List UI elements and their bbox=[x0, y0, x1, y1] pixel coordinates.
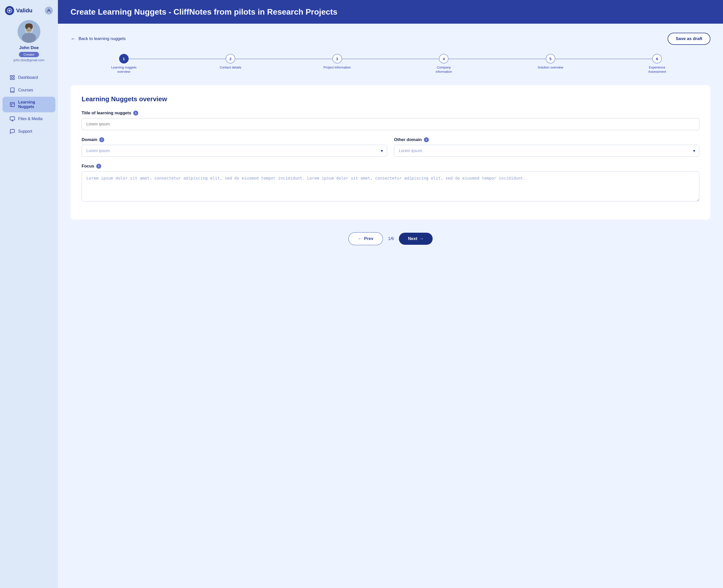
avatar bbox=[18, 20, 40, 43]
svg-point-1 bbox=[8, 9, 10, 12]
user-name: John Doe bbox=[19, 45, 39, 50]
domain-select-wrapper: Lorem ipsum. ▾ bbox=[82, 145, 387, 156]
svg-point-11 bbox=[30, 24, 33, 29]
nuggets-icon bbox=[9, 102, 15, 107]
step-connector-1 bbox=[124, 59, 231, 59]
save-draft-button[interactable]: Save as draft bbox=[667, 33, 710, 45]
focus-label: Focus i bbox=[82, 164, 699, 169]
step-connector-3 bbox=[337, 59, 444, 59]
back-arrow-icon: ← bbox=[70, 36, 76, 42]
domain-label: Domain i bbox=[82, 137, 387, 142]
sidebar-item-label: Files & Media bbox=[18, 117, 43, 121]
next-arrow-icon: → bbox=[419, 236, 424, 241]
other-domain-select-wrapper: Lorem ipsum. ▾ bbox=[394, 145, 700, 156]
prev-button[interactable]: ← Prev bbox=[348, 232, 383, 245]
step-connector-2 bbox=[230, 59, 337, 59]
svg-rect-12 bbox=[10, 76, 12, 77]
step-label-1: Learning nuggets overview bbox=[110, 65, 138, 74]
step-circle-6: 6 bbox=[652, 54, 662, 63]
step-connector-4 bbox=[444, 59, 551, 59]
svg-rect-16 bbox=[10, 103, 15, 107]
step-1: 1 Learning nuggets overview bbox=[70, 54, 177, 74]
step-circle-2: 2 bbox=[226, 54, 235, 63]
step-label-3: Project information bbox=[324, 65, 351, 70]
top-bar: ← Back to learning nuggets Save as draft bbox=[70, 33, 710, 45]
next-label: Next bbox=[408, 236, 417, 241]
other-domain-field-group: Other domain i Lorem ipsum. ▾ bbox=[394, 137, 700, 156]
focus-textarea[interactable]: Lorem ipsum dolor sit amet, consectetur … bbox=[82, 171, 699, 202]
next-button[interactable]: Next → bbox=[399, 233, 433, 245]
sidebar-item-dashboard[interactable]: Dashboard bbox=[2, 71, 56, 84]
step-circle-4: 4 bbox=[439, 54, 448, 63]
sidebar: Validu bbox=[0, 0, 58, 588]
user-email: john.doe@gmail.com bbox=[14, 58, 44, 62]
step-circle-3: 3 bbox=[333, 54, 342, 63]
sidebar-item-learning-nuggets[interactable]: Learning Nuggets bbox=[2, 97, 56, 112]
title-input[interactable] bbox=[82, 118, 699, 130]
form-section-title: Learning Nuggets overview bbox=[82, 95, 699, 103]
prev-arrow-icon: ← bbox=[358, 236, 362, 241]
main-content: Create Learning Nuggets - CliffNotes fro… bbox=[58, 0, 723, 588]
logo-icon bbox=[5, 6, 14, 15]
svg-point-10 bbox=[25, 24, 28, 29]
sidebar-item-label: Courses bbox=[18, 88, 33, 92]
page-header: Create Learning Nuggets - CliffNotes fro… bbox=[58, 0, 723, 24]
step-label-2: Contact details bbox=[219, 65, 241, 70]
avatar-section: John Doe Creator john.doe@gmail.com bbox=[14, 20, 44, 62]
title-info-icon[interactable]: i bbox=[133, 110, 138, 115]
other-domain-select[interactable]: Lorem ipsum. bbox=[394, 145, 700, 156]
sidebar-header: Validu bbox=[0, 6, 58, 20]
back-link[interactable]: ← Back to learning nuggets bbox=[70, 36, 126, 42]
user-profile-icon[interactable] bbox=[45, 6, 53, 15]
step-circle-5: 5 bbox=[546, 54, 555, 63]
bottom-nav: ← Prev 1/6 Next → bbox=[70, 227, 710, 248]
step-circle-1: 1 bbox=[119, 54, 129, 63]
step-6: 6 Experience Assessment bbox=[604, 54, 711, 74]
svg-rect-19 bbox=[10, 117, 15, 120]
back-link-label: Back to learning nuggets bbox=[79, 36, 126, 41]
sidebar-item-support[interactable]: Support bbox=[2, 125, 56, 138]
sidebar-item-label: Support bbox=[18, 129, 32, 134]
sidebar-nav: Dashboard Courses Learning Nuggets Files… bbox=[0, 71, 58, 138]
stepper: 1 Learning nuggets overview 2 Contact de… bbox=[70, 54, 710, 74]
step-2: 2 Contact details bbox=[177, 54, 284, 70]
svg-rect-14 bbox=[10, 78, 12, 80]
step-3: 3 Project information bbox=[284, 54, 390, 70]
step-label-4: Company information bbox=[430, 65, 458, 74]
content-area: ← Back to learning nuggets Save as draft… bbox=[58, 24, 723, 588]
support-icon bbox=[9, 129, 15, 134]
dashboard-icon bbox=[9, 75, 15, 80]
domain-select[interactable]: Lorem ipsum. bbox=[82, 145, 387, 156]
page-title: Create Learning Nuggets - CliffNotes fro… bbox=[70, 7, 710, 17]
logo-text: Validu bbox=[16, 7, 33, 14]
courses-icon bbox=[9, 87, 15, 93]
prev-label: Prev bbox=[364, 236, 374, 241]
page-indicator: 1/6 bbox=[388, 236, 394, 241]
user-role-badge: Creator bbox=[19, 52, 39, 57]
step-5: 5 Solution overview bbox=[497, 54, 604, 70]
title-label: Title of learning nuggets i bbox=[82, 110, 699, 115]
title-field-group: Title of learning nuggets i bbox=[82, 110, 699, 130]
files-icon bbox=[9, 116, 15, 122]
sidebar-item-label: Learning Nuggets bbox=[18, 100, 48, 109]
svg-rect-13 bbox=[13, 76, 14, 77]
form-section: Learning Nuggets overview Title of learn… bbox=[70, 85, 710, 219]
domain-info-icon[interactable]: i bbox=[99, 137, 104, 142]
sidebar-item-files-media[interactable]: Files & Media bbox=[2, 113, 56, 125]
step-label-5: Solution overview bbox=[538, 65, 563, 70]
other-domain-info-icon[interactable]: i bbox=[424, 137, 429, 142]
focus-info-icon[interactable]: i bbox=[96, 164, 101, 169]
sidebar-item-label: Dashboard bbox=[18, 75, 38, 80]
step-4: 4 Company information bbox=[390, 54, 497, 74]
other-domain-label: Other domain i bbox=[394, 137, 700, 142]
svg-point-6 bbox=[22, 33, 36, 43]
logo: Validu bbox=[5, 6, 33, 15]
step-label-6: Experience Assessment bbox=[643, 65, 671, 74]
sidebar-item-courses[interactable]: Courses bbox=[2, 84, 56, 96]
domain-field-group: Domain i Lorem ipsum. ▾ bbox=[82, 137, 387, 156]
focus-field-group: Focus i Lorem ipsum dolor sit amet, cons… bbox=[82, 164, 699, 203]
step-connector-5 bbox=[551, 59, 657, 59]
svg-rect-15 bbox=[13, 78, 14, 80]
domain-row: Domain i Lorem ipsum. ▾ Other domain i bbox=[82, 137, 699, 164]
